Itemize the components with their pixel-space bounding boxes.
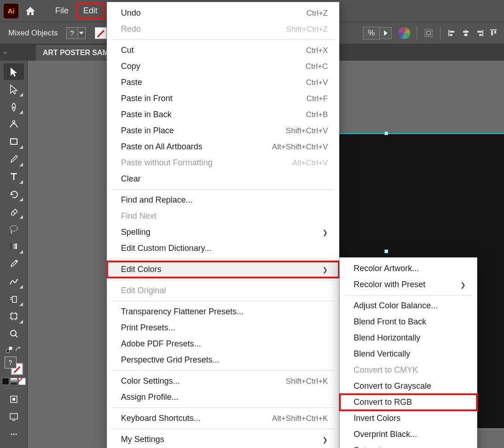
eraser-tool[interactable] (4, 203, 24, 220)
direct-selection-tool[interactable] (4, 81, 24, 97)
edit-menu-item-edit-colors[interactable]: Edit Colors❯ (107, 261, 339, 278)
menu-item-label: Keyboard Shortcuts... (121, 414, 254, 423)
menu-item-label: Find Next (121, 211, 328, 221)
selection-tool[interactable] (4, 63, 24, 80)
draw-mode-icon[interactable] (4, 391, 24, 408)
stroke-swatch[interactable] (95, 27, 107, 39)
edit-menu-item-edit-custom-dictionary[interactable]: Edit Custom Dictionary... (107, 240, 339, 256)
opacity-step-button[interactable] (380, 27, 392, 39)
color-mode-solid[interactable] (2, 378, 9, 385)
edit-menu-item-paste[interactable]: PasteCtrl+V (107, 74, 339, 91)
menu-separator (112, 408, 334, 408)
svg-rect-12 (491, 31, 493, 35)
selection-handle[interactable] (384, 250, 388, 253)
edit-menu-item-perspective-grid-presets[interactable]: Perspective Grid Presets... (107, 352, 339, 368)
editcolors-item-blend-front-to-back[interactable]: Blend Front to Back (340, 314, 477, 330)
menu-item-shortcut: Shift+Ctrl+K (286, 377, 328, 386)
menu-separator (112, 280, 334, 280)
paintbrush-tool[interactable] (4, 151, 24, 167)
pen-tool[interactable] (4, 98, 24, 115)
align-hcenter-icon[interactable] (461, 28, 471, 38)
svg-rect-7 (464, 34, 468, 36)
swap-fill-stroke-icon[interactable] (6, 346, 12, 353)
screen-mode-icon[interactable] (4, 408, 24, 425)
edit-menu-item-paste-in-place[interactable]: Paste in PlaceShift+Ctrl+V (107, 123, 339, 139)
edit-menu-item-transparency-flattener-presets[interactable]: Transparency Flattener Presets... (107, 304, 339, 320)
align-left-icon[interactable] (447, 28, 457, 38)
menu-item-label: Blend Horizontally (354, 333, 466, 343)
lasso-tool[interactable] (4, 221, 24, 237)
expand-panels-icon[interactable]: ›› (0, 50, 10, 55)
edit-menu-item-print-presets[interactable]: Print Presets... (107, 320, 339, 336)
edit-menu-item-my-settings[interactable]: My Settings❯ (107, 431, 339, 448)
edit-menu-item-undo[interactable]: UndoCtrl+Z (107, 5, 339, 21)
symbol-sprayer-tool[interactable] (4, 290, 24, 307)
editcolors-item-recolor-artwork[interactable]: Recolor Artwork... (340, 261, 477, 277)
editcolors-item-invert-colors[interactable]: Invert Colors (340, 410, 477, 426)
svg-point-14 (13, 107, 15, 108)
edit-menu-item-assign-profile[interactable]: Assign Profile... (107, 389, 339, 405)
rotate-tool[interactable] (4, 186, 24, 202)
curvature-tool[interactable] (4, 116, 24, 132)
editcolors-item-blend-horizontally[interactable]: Blend Horizontally (340, 330, 477, 346)
edit-menu-item-copy[interactable]: CopyCtrl+C (107, 58, 339, 74)
editcolors-item-convert-to-rgb[interactable]: Convert to RGB (340, 394, 477, 410)
submenu-arrow-icon: ❯ (322, 436, 328, 443)
edit-menu-item-adobe-pdf-presets[interactable]: Adobe PDF Presets... (107, 336, 339, 352)
editcolors-item-convert-to-grayscale[interactable]: Convert to Grayscale (340, 378, 477, 394)
edit-menu-item-paste-in-back[interactable]: Paste in BackCtrl+B (107, 107, 339, 123)
fill-stroke-indicator[interactable]: ? (5, 357, 23, 375)
editcolors-item-overprint-black[interactable]: Overprint Black... (340, 426, 477, 442)
menu-item-label: Convert to Grayscale (354, 381, 466, 391)
edit-menu-item-find-and-replace[interactable]: Find and Replace... (107, 192, 339, 208)
edit-menu-item-find-next: Find Next (107, 208, 339, 224)
color-mode-none[interactable] (18, 378, 26, 385)
edit-toolbar-icon[interactable] (4, 426, 24, 442)
opacity-value[interactable]: % (363, 27, 380, 40)
home-button[interactable] (23, 4, 38, 18)
recolor-artwork-icon[interactable] (398, 27, 410, 39)
edit-menu-item-color-settings[interactable]: Color Settings...Shift+Ctrl+K (107, 373, 339, 389)
type-tool[interactable] (4, 168, 24, 185)
editcolors-item-adjust-color-balance[interactable]: Adjust Color Balance... (340, 298, 477, 314)
edit-menu-item-paste-in-front[interactable]: Paste in FrontCtrl+F (107, 91, 339, 107)
menu-item-label: Adobe PDF Presets... (121, 339, 328, 349)
color-mode-gradient[interactable] (10, 378, 17, 385)
menu-item-label: Paste on All Artboards (121, 142, 254, 152)
transform-panel-icon[interactable] (424, 28, 434, 38)
menu-item-label: Undo (121, 8, 288, 18)
menu-file[interactable]: File (49, 3, 75, 18)
svg-rect-2 (448, 30, 449, 36)
menu-item-shortcut: Alt+Shift+Ctrl+K (272, 414, 328, 423)
svg-rect-6 (463, 31, 469, 33)
selection-handle[interactable] (384, 131, 388, 135)
align-top-icon[interactable] (488, 28, 498, 38)
menu-item-shortcut: Alt+Shift+Ctrl+V (272, 142, 328, 152)
edit-menu-item-spelling[interactable]: Spelling❯ (107, 224, 339, 240)
menu-item-label: Perspective Grid Presets... (121, 355, 328, 365)
fill-dropdown[interactable] (78, 27, 86, 39)
artboard-tool[interactable] (4, 308, 24, 324)
menu-edit[interactable]: Edit (77, 3, 104, 18)
menu-item-label: Convert to RGB (354, 397, 466, 407)
editcolors-item-saturate[interactable]: Saturate (340, 442, 477, 448)
fill-swatch[interactable]: ? (66, 27, 78, 39)
svg-rect-9 (477, 31, 482, 33)
edit-menu-item-clear[interactable]: Clear (107, 171, 339, 187)
gradient-tool[interactable] (4, 238, 24, 255)
edit-menu-item-keyboard-shortcuts[interactable]: Keyboard Shortcuts...Alt+Shift+Ctrl+K (107, 410, 339, 426)
rectangle-tool[interactable] (4, 133, 24, 150)
menu-item-label: Edit Custom Dictionary... (121, 244, 328, 253)
editcolors-item-blend-vertically[interactable]: Blend Vertically (340, 346, 477, 362)
zoom-tool[interactable] (4, 325, 24, 342)
menu-item-shortcut: Ctrl+B (306, 110, 328, 119)
align-right-icon[interactable] (475, 28, 485, 38)
blend-tool[interactable] (4, 273, 24, 289)
default-fill-stroke-icon[interactable] (15, 346, 22, 353)
menu-separator (112, 370, 334, 371)
edit-menu-item-paste-on-all-artboards[interactable]: Paste on All ArtboardsAlt+Shift+Ctrl+V (107, 139, 339, 155)
menu-item-shortcut: Ctrl+F (306, 94, 328, 103)
editcolors-item-recolor-with-preset[interactable]: Recolor with Preset❯ (340, 277, 477, 293)
edit-menu-item-cut[interactable]: CutCtrl+X (107, 42, 339, 58)
eyedropper-tool[interactable] (4, 255, 24, 272)
